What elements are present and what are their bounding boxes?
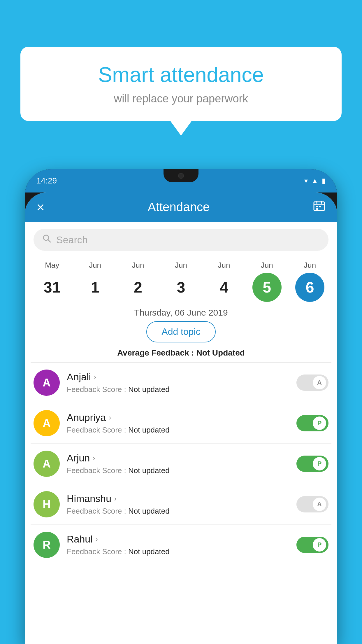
calendar-date[interactable]: 6 [295, 273, 324, 302]
add-topic-button[interactable]: Add topic [146, 321, 215, 342]
student-list: AAnjali ›Feedback Score : Not updatedAAA… [25, 363, 337, 565]
student-info: Anjali ›Feedback Score : Not updated [67, 371, 289, 394]
close-button[interactable]: × [36, 199, 45, 215]
student-avatar: A [34, 410, 60, 436]
status-time: 14:29 [36, 176, 57, 186]
student-name: Rahul › [67, 533, 289, 545]
student-info: Rahul ›Feedback Score : Not updated [67, 533, 289, 556]
chevron-right-icon: › [96, 535, 98, 543]
calendar-day[interactable]: Jun4 [206, 261, 241, 302]
attendance-toggle[interactable]: P [296, 415, 328, 431]
calendar-day[interactable]: Jun6 [292, 261, 327, 302]
toggle-circle: P [313, 457, 326, 470]
battery-icon: ▮ [322, 177, 326, 185]
calendar-date[interactable]: 3 [166, 273, 196, 302]
calendar-day[interactable]: Jun2 [121, 261, 156, 302]
student-avatar: R [34, 532, 60, 558]
speech-bubble: Smart attendance will replace your paper… [20, 47, 342, 121]
chevron-right-icon: › [109, 414, 111, 422]
calendar-date[interactable]: 1 [80, 273, 110, 302]
status-bar: 14:29 ▾ ▲ ▮ [25, 169, 337, 192]
svg-rect-6 [316, 208, 318, 210]
wifi-icon: ▾ [304, 177, 308, 185]
student-item[interactable]: AArjun ›Feedback Score : Not updatedP [31, 444, 331, 484]
calendar-month: Jun [304, 261, 316, 270]
calendar-date[interactable]: 4 [209, 273, 238, 302]
avg-feedback: Average Feedback : Not Updated [25, 348, 337, 362]
student-info: Anupriya ›Feedback Score : Not updated [67, 412, 289, 435]
student-item[interactable]: RRahul ›Feedback Score : Not updatedP [31, 525, 331, 565]
student-info: Himanshu ›Feedback Score : Not updated [67, 493, 289, 516]
chevron-right-icon: › [94, 373, 96, 381]
search-placeholder: Search [56, 234, 88, 246]
app-title: Attendance [148, 200, 210, 214]
attendance-toggle[interactable]: P [296, 537, 328, 553]
calendar-date[interactable]: 31 [38, 273, 67, 302]
search-icon [42, 234, 52, 246]
student-name: Himanshu › [67, 493, 289, 504]
student-score: Feedback Score : Not updated [67, 547, 289, 556]
toggle-circle: A [313, 376, 326, 389]
phone-screen: × Attendance [25, 192, 337, 644]
student-score: Feedback Score : Not updated [67, 507, 289, 516]
bubble-subtitle: will replace your paperwork [38, 92, 324, 105]
app-header: × Attendance [25, 192, 337, 222]
student-score: Feedback Score : Not updated [67, 426, 289, 435]
attendance-toggle[interactable]: A [296, 374, 328, 391]
student-name: Arjun › [67, 452, 289, 464]
calendar-month: Jun [175, 261, 187, 270]
calendar-day[interactable]: Jun1 [78, 261, 113, 302]
calendar-month: Jun [89, 261, 101, 270]
signal-icon: ▲ [311, 177, 318, 185]
toggle-circle: P [313, 416, 326, 430]
calendar-month: Jun [132, 261, 144, 270]
speech-bubble-container: Smart attendance will replace your paper… [20, 47, 342, 121]
avg-feedback-value: Not Updated [196, 348, 245, 357]
phone-inner: × Attendance [25, 192, 337, 644]
student-item[interactable]: HHimanshu ›Feedback Score : Not updatedA [31, 484, 331, 525]
calendar-day[interactable]: Jun3 [164, 261, 198, 302]
student-avatar: A [34, 451, 60, 477]
attendance-toggle[interactable]: A [296, 496, 328, 512]
search-bar[interactable]: Search [34, 229, 328, 251]
app-content: Search May31Jun1Jun2Jun3Jun4Jun5Jun6 Thu… [25, 222, 337, 644]
attendance-toggle[interactable]: P [296, 456, 328, 472]
student-item[interactable]: AAnjali ›Feedback Score : Not updatedA [31, 363, 331, 403]
calendar-icon[interactable] [313, 200, 326, 215]
calendar-date[interactable]: 5 [252, 273, 282, 302]
avg-feedback-label: Average Feedback : [117, 348, 194, 357]
calendar-month: Jun [218, 261, 230, 270]
student-item[interactable]: AAnupriya ›Feedback Score : Not updatedP [31, 403, 331, 444]
notch [164, 169, 198, 182]
student-name: Anupriya › [67, 412, 289, 423]
status-icons: ▾ ▲ ▮ [304, 177, 326, 185]
student-info: Arjun ›Feedback Score : Not updated [67, 452, 289, 475]
calendar-month: Jun [261, 261, 273, 270]
toggle-circle: P [313, 538, 326, 552]
calendar-day[interactable]: May31 [35, 261, 70, 302]
svg-rect-4 [316, 206, 318, 207]
chevron-right-icon: › [114, 495, 117, 503]
camera-dot [178, 173, 184, 179]
student-name: Anjali › [67, 371, 289, 383]
bubble-title: Smart attendance [38, 63, 324, 87]
calendar-date[interactable]: 2 [124, 273, 153, 302]
phone-frame: 14:29 ▾ ▲ ▮ × Attendance [25, 169, 337, 644]
calendar-day[interactable]: Jun5 [249, 261, 284, 302]
toggle-circle: A [313, 498, 326, 511]
calendar-strip: May31Jun1Jun2Jun3Jun4Jun5Jun6 [25, 258, 337, 302]
student-avatar: H [34, 491, 60, 517]
svg-rect-5 [319, 206, 321, 207]
chevron-right-icon: › [93, 454, 95, 462]
calendar-month: May [45, 261, 59, 270]
student-score: Feedback Score : Not updated [67, 466, 289, 475]
svg-line-8 [48, 240, 51, 242]
student-avatar: A [34, 370, 60, 396]
selected-date-label: Thursday, 06 June 2019 [25, 302, 337, 321]
student-score: Feedback Score : Not updated [67, 385, 289, 394]
